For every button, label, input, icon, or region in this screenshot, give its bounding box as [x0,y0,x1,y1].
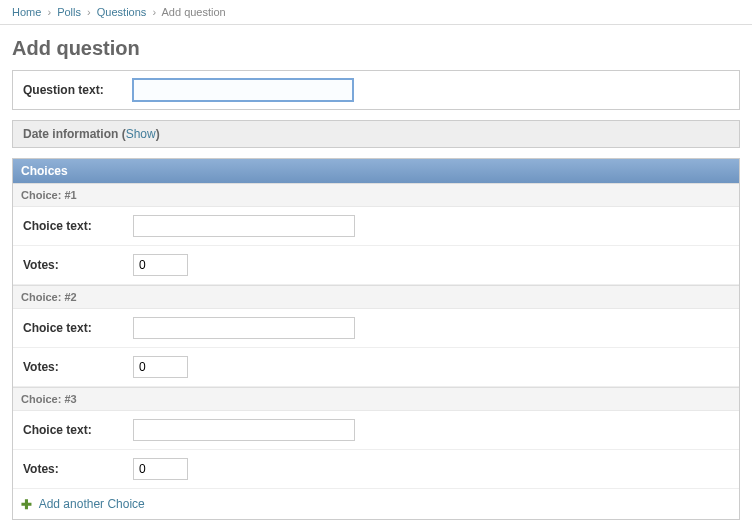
add-row: ✚ Add another Choice [13,489,739,519]
add-another-choice-link[interactable]: Add another Choice [39,497,145,511]
date-info-title: Date information [23,127,118,141]
breadcrumb: Home › Polls › Questions › Add question [0,0,752,25]
date-info-bar: Date information (Show) [12,120,740,148]
choice-text-input[interactable] [133,215,355,237]
choice-body: Choice text: Votes: [13,309,739,387]
choice-text-label: Choice text: [23,219,133,233]
plus-icon: ✚ [21,499,32,510]
choice-header: Choice: #3 [13,387,739,411]
choice-body: Choice text: Votes: [13,207,739,285]
choice-text-label: Choice text: [23,321,133,335]
choice-text-input[interactable] [133,419,355,441]
breadcrumb-current: Add question [162,6,226,18]
votes-input[interactable] [133,356,188,378]
votes-label: Votes: [23,360,133,374]
breadcrumb-sep: › [47,6,51,18]
breadcrumb-app[interactable]: Polls [57,6,81,18]
breadcrumb-home[interactable]: Home [12,6,41,18]
breadcrumb-sep: › [87,6,91,18]
date-info-toggle[interactable]: Show [126,127,156,141]
question-text-input[interactable] [133,79,353,101]
choice-header: Choice: #2 [13,285,739,309]
votes-input[interactable] [133,458,188,480]
question-text-label: Question text: [23,83,133,97]
breadcrumb-sep: › [152,6,156,18]
votes-input[interactable] [133,254,188,276]
choice-body: Choice text: Votes: [13,411,739,489]
votes-label: Votes: [23,258,133,272]
choice-text-input[interactable] [133,317,355,339]
choice-text-label: Choice text: [23,423,133,437]
choices-inline-group: Choices Choice: #1 Choice text: Votes: C… [12,158,740,520]
question-module: Question text: [12,70,740,110]
choices-header: Choices [13,159,739,183]
breadcrumb-model[interactable]: Questions [97,6,147,18]
choice-header: Choice: #1 [13,183,739,207]
votes-label: Votes: [23,462,133,476]
page-title: Add question [12,37,740,60]
